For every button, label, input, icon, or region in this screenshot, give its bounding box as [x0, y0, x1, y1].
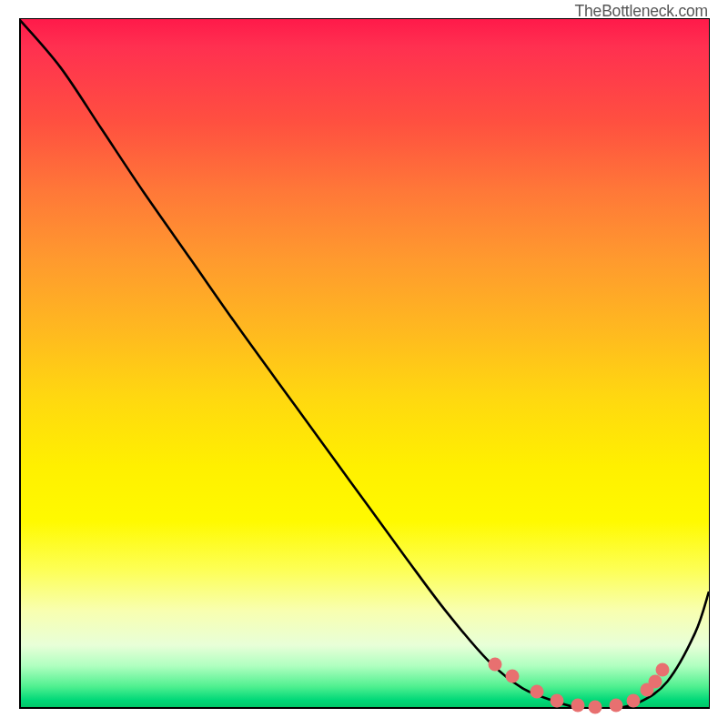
marker-dot [489, 657, 502, 671]
marker-dot [656, 662, 670, 676]
marker-dot [530, 685, 543, 699]
chart-container: TheBottleneck.com [0, 0, 728, 728]
marker-dot [626, 693, 640, 707]
plot-heatmap-background [19, 19, 709, 709]
plot-border [709, 19, 710, 709]
marker-dot [648, 674, 662, 688]
marker-dot [505, 670, 519, 683]
marker-dot [588, 700, 602, 713]
marker-dot [571, 699, 584, 713]
marker-dot [609, 699, 622, 713]
watermark-text: TheBottleneck.com [575, 2, 708, 21]
marker-dot [551, 693, 564, 707]
